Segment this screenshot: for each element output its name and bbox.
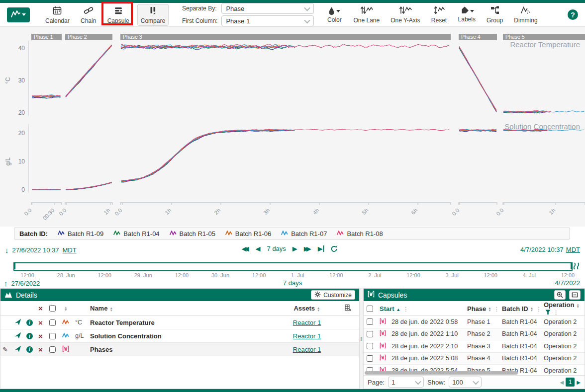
- separate-by-select[interactable]: Phase: [221, 3, 314, 14]
- phase-header-label: Phase 2: [68, 34, 87, 40]
- step-to-now-icon[interactable]: ▶: [318, 245, 324, 252]
- capsule-batch: Batch R1-04: [502, 318, 544, 325]
- timebar-tick-label: 2. Jul: [368, 272, 381, 278]
- group-icon: [490, 5, 500, 16]
- edit-icon[interactable]: ✎: [2, 346, 14, 353]
- signal-icon: [62, 332, 75, 340]
- operation-column-header[interactable]: Operation▲▼⋮: [544, 301, 585, 316]
- trend-line: [121, 129, 449, 181]
- batch-id-column-header[interactable]: Batch ID▲▼⋮: [502, 305, 544, 313]
- capsule-time-toggle-icon[interactable]: [573, 262, 581, 272]
- x-tick-label: 0.0: [23, 207, 32, 217]
- panel-resize-handle[interactable]: ‖: [360, 288, 363, 389]
- color-button[interactable]: Color: [323, 4, 345, 26]
- step-back-full-icon[interactable]: ◀◀: [242, 245, 249, 252]
- compare-label: Compare: [141, 17, 165, 24]
- group-button[interactable]: Group: [484, 4, 506, 26]
- first-column-select[interactable]: Phase 1: [221, 15, 314, 26]
- row-checkbox[interactable]: [367, 355, 373, 362]
- timebar-left-handle[interactable]: [13, 262, 15, 269]
- phase-column-header[interactable]: Phase▲▼⋮: [467, 305, 502, 313]
- x-tick-label: 0.0: [451, 207, 460, 217]
- horizontal-scrollbar[interactable]: [365, 371, 518, 375]
- labels-button[interactable]: Labels: [455, 4, 479, 26]
- refresh-icon[interactable]: [331, 245, 338, 252]
- select-all-checkbox[interactable]: [49, 305, 56, 312]
- chevron-down-icon: [473, 378, 479, 385]
- asset-link[interactable]: Reactor 1: [270, 346, 344, 353]
- timebar-tick-label: 12:00: [484, 272, 497, 278]
- legend-item[interactable]: Batch R1-07: [281, 230, 327, 237]
- item-name: Reactor Temperature: [90, 319, 270, 326]
- legend-item-label: Batch R1-07: [291, 230, 327, 237]
- send-icon[interactable]: [14, 345, 26, 354]
- asset-link[interactable]: Reactor 1: [270, 332, 344, 340]
- phase-header-label: Phase 3: [123, 34, 142, 40]
- row-checkbox[interactable]: [367, 331, 373, 337]
- reset-button[interactable]: Reset: [428, 4, 450, 26]
- timebar-selection[interactable]: [13, 262, 573, 271]
- legend-item[interactable]: Batch R1-06: [225, 230, 271, 237]
- range-end-timezone[interactable]: MDT: [566, 246, 580, 253]
- capsule-row[interactable]: 28 de jun. de 2022 0:58Phase 1Batch R1-0…: [364, 316, 585, 328]
- row-checkbox[interactable]: [49, 333, 56, 339]
- legend-item[interactable]: Batch R1-05: [170, 230, 215, 237]
- capsule-row[interactable]: 28 de jun. de 2022 1:10Phase 2Batch R1-0…: [364, 328, 585, 341]
- remove-all-icon[interactable]: ×: [38, 305, 49, 312]
- send-icon[interactable]: [14, 332, 26, 340]
- phase-header-bar[interactable]: [120, 34, 451, 40]
- send-icon[interactable]: [14, 318, 26, 327]
- range-start-timezone[interactable]: MDT: [62, 246, 76, 254]
- pager-next-icon[interactable]: ▶: [577, 380, 581, 385]
- chain-label: Chain: [81, 17, 96, 24]
- calendar-button[interactable]: Calendar: [42, 4, 73, 26]
- row-checkbox[interactable]: [49, 346, 56, 353]
- one-y-axis-button[interactable]: One Y-Axis: [388, 4, 423, 26]
- y-tick-label: 10: [18, 158, 25, 165]
- customize-button[interactable]: Customize: [311, 290, 355, 300]
- page-select[interactable]: 1: [388, 377, 424, 388]
- row-checkbox[interactable]: [49, 319, 56, 326]
- dimming-button[interactable]: Dimming: [511, 4, 540, 26]
- chain-button[interactable]: Chain: [78, 4, 99, 26]
- name-column-header[interactable]: Name▲▼: [90, 305, 270, 312]
- one-lane-button[interactable]: One Lane: [350, 4, 383, 26]
- select-all-checkbox[interactable]: [367, 306, 373, 312]
- add-column-icon[interactable]: [344, 304, 359, 313]
- compare-button[interactable]: Compare: [137, 4, 169, 26]
- pager-prev-icon[interactable]: ◀: [560, 380, 564, 385]
- collapse-panel-button[interactable]: [569, 290, 581, 300]
- row-checkbox[interactable]: [367, 343, 373, 349]
- capsule-button[interactable]: Capsule: [104, 4, 132, 26]
- trend-line: [66, 182, 112, 189]
- help-button[interactable]: ?: [568, 9, 578, 20]
- remove-icon[interactable]: ×: [38, 319, 49, 326]
- show-select[interactable]: 100: [449, 377, 482, 388]
- sort-icon[interactable]: ▲▼: [64, 306, 75, 311]
- step-forward-full-icon[interactable]: ▶▶: [304, 245, 311, 252]
- info-icon[interactable]: i: [26, 333, 33, 339]
- legend-item[interactable]: Batch R1-08: [337, 230, 383, 237]
- asset-link[interactable]: Reactor 1: [270, 319, 344, 326]
- trend-tool-button[interactable]: [7, 7, 30, 22]
- assets-column-header[interactable]: Assets▲▼: [270, 305, 344, 312]
- one-lane-icon: [360, 5, 373, 16]
- trend-line: [66, 183, 112, 190]
- step-back-half-icon[interactable]: ◀: [256, 245, 261, 252]
- zoom-to-capsule-button[interactable]: [554, 290, 566, 300]
- start-column-header[interactable]: Start ▲⋮: [380, 305, 467, 313]
- legend-item[interactable]: Batch R1-09: [58, 230, 103, 237]
- row-checkbox[interactable]: [367, 318, 373, 325]
- capsule-row[interactable]: 28 de jun. de 2022 2:10Phase 3Batch R1-0…: [364, 340, 585, 353]
- legend-item[interactable]: Batch R1-04: [113, 230, 159, 237]
- info-icon[interactable]: i: [26, 319, 33, 326]
- info-icon[interactable]: i: [26, 346, 33, 353]
- remove-icon[interactable]: ×: [38, 346, 49, 353]
- remove-icon[interactable]: ×: [38, 332, 49, 340]
- signal-icon: [113, 230, 121, 237]
- trend-line: [459, 46, 496, 110]
- step-forward-half-icon[interactable]: ▶: [292, 245, 297, 252]
- lane-title: Reactor Temperature: [510, 40, 580, 49]
- capsule-row[interactable]: 28 de jun. de 2022 5:08Phase 4Batch R1-0…: [364, 353, 585, 365]
- pager-current-page[interactable]: 1: [566, 378, 575, 387]
